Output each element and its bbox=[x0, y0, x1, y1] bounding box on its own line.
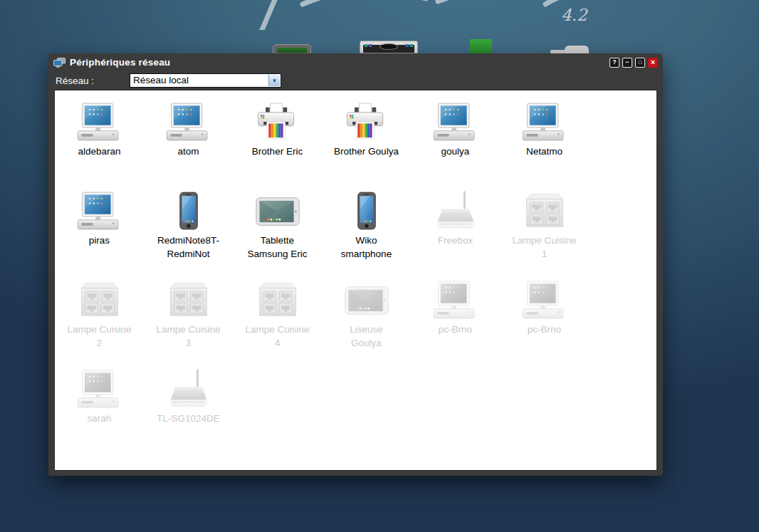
device-list-panel: aldebaranatomBrother EricBrother Goulyag… bbox=[54, 90, 657, 471]
device-label: Lampe Cuisine1 bbox=[512, 234, 576, 261]
network-selector-row: Réseau : Réseau local ▼ bbox=[48, 71, 663, 90]
network-select[interactable]: Réseau local ▼ bbox=[130, 73, 281, 88]
device-item-lampe-cuisine-3[interactable]: Lampe Cuisine3 bbox=[144, 276, 233, 365]
network-label: Réseau : bbox=[56, 75, 130, 86]
device-item-brother-eric[interactable]: Brother Eric bbox=[233, 98, 322, 187]
smartphone-icon bbox=[165, 187, 212, 231]
computer-icon bbox=[76, 98, 123, 142]
wallpaper-version-label: 4.2 bbox=[561, 6, 587, 24]
desktop-scanner-icon bbox=[550, 46, 589, 53]
device-item-pc-brno[interactable]: pc-Brno bbox=[500, 276, 589, 365]
device-item-goulya[interactable]: goulya bbox=[411, 98, 500, 187]
device-label: pc-Brno bbox=[439, 323, 472, 336]
computer-icon bbox=[432, 276, 479, 320]
device-label: TabletteSamsung Eric bbox=[247, 234, 307, 261]
router-icon bbox=[165, 365, 212, 410]
close-button[interactable]: × bbox=[648, 58, 658, 68]
device-label: atom bbox=[177, 145, 199, 158]
device-item-lampe-cuisine-4[interactable]: Lampe Cuisine4 bbox=[233, 276, 322, 365]
device-item-freebox[interactable]: Freebox bbox=[411, 187, 500, 276]
tablet-icon bbox=[254, 187, 301, 231]
network-devices-window: Périphériques réseau ? − □ × Réseau : Ré… bbox=[48, 53, 663, 476]
printer-icon bbox=[254, 98, 301, 142]
device-label: Netatmo bbox=[526, 145, 562, 158]
device-item-tablette-samsung-eric[interactable]: TabletteSamsung Eric bbox=[233, 187, 322, 276]
chevron-down-icon[interactable]: ▼ bbox=[268, 75, 280, 86]
device-item-aldebaran[interactable]: aldebaran bbox=[55, 98, 144, 187]
desktop-laptop-icon bbox=[273, 44, 311, 54]
wallpaper-logo-strokes bbox=[235, 0, 591, 30]
window-title: Périphériques réseau bbox=[70, 57, 170, 68]
network-devices-icon bbox=[53, 58, 66, 68]
network-select-value: Réseau local bbox=[133, 75, 189, 85]
computer-icon bbox=[76, 365, 123, 410]
desktop-folder-icon bbox=[470, 39, 492, 53]
computer-icon bbox=[521, 276, 568, 320]
device-label: Wikosmartphone bbox=[341, 234, 392, 261]
device-label: LiseuseGoulya bbox=[350, 323, 383, 350]
device-item-netatmo[interactable]: Netatmo bbox=[500, 98, 589, 187]
switch-icon bbox=[254, 276, 301, 320]
device-label: Lampe Cuisine3 bbox=[156, 323, 220, 350]
device-label: Lampe Cuisine2 bbox=[67, 323, 131, 350]
device-item-tl-sg1024de[interactable]: TL-SG1024DE bbox=[144, 365, 233, 454]
device-item-lampe-cuisine-1[interactable]: Lampe Cuisine1 bbox=[500, 187, 589, 276]
device-item-piras[interactable]: piras bbox=[55, 187, 144, 276]
device-label: Brother Goulya bbox=[334, 145, 399, 158]
device-label: Lampe Cuisine4 bbox=[245, 323, 309, 350]
computer-icon bbox=[521, 98, 568, 142]
device-label: Freebox bbox=[438, 234, 473, 247]
switch-icon bbox=[521, 187, 568, 231]
device-item-lampe-cuisine-2[interactable]: Lampe Cuisine2 bbox=[55, 276, 144, 365]
maximize-button[interactable]: □ bbox=[635, 58, 645, 68]
device-item-pc-brno[interactable]: pc-Brno bbox=[411, 276, 500, 365]
device-item-sarah[interactable]: sarah bbox=[55, 365, 144, 454]
device-item-wiko-smartphone[interactable]: Wikosmartphone bbox=[322, 187, 411, 276]
desktop-radio-icon bbox=[360, 41, 418, 53]
titlebar[interactable]: Périphériques réseau ? − □ × bbox=[48, 53, 663, 71]
switch-icon bbox=[165, 276, 212, 320]
minimize-button[interactable]: − bbox=[622, 58, 632, 68]
device-grid: aldebaranatomBrother EricBrother Goulyag… bbox=[55, 90, 656, 454]
router-icon bbox=[432, 187, 479, 231]
device-label: goulya bbox=[441, 145, 470, 158]
device-label: Brother Eric bbox=[252, 145, 303, 158]
device-item-liseuse-goulya[interactable]: LiseuseGoulya bbox=[322, 276, 411, 365]
switch-icon bbox=[76, 276, 123, 320]
device-item-redminote8t-redminot[interactable]: RedmiNote8T-RedmiNot bbox=[144, 187, 233, 276]
device-label: piras bbox=[89, 234, 110, 247]
device-item-atom[interactable]: atom bbox=[144, 98, 233, 187]
device-label: aldebaran bbox=[78, 145, 120, 158]
computer-icon bbox=[165, 98, 212, 142]
printer-icon bbox=[343, 98, 390, 142]
help-button[interactable]: ? bbox=[609, 58, 619, 68]
device-label: RedmiNote8T-RedmiNot bbox=[157, 234, 219, 261]
device-label: TL-SG1024DE bbox=[157, 412, 220, 425]
computer-icon bbox=[432, 98, 479, 142]
device-label: sarah bbox=[88, 412, 112, 425]
computer-icon bbox=[76, 187, 123, 231]
device-label: pc-Brno bbox=[528, 323, 561, 336]
device-item-brother-goulya[interactable]: Brother Goulya bbox=[322, 98, 411, 187]
smartphone-icon bbox=[343, 187, 390, 231]
tablet-icon bbox=[343, 276, 390, 320]
